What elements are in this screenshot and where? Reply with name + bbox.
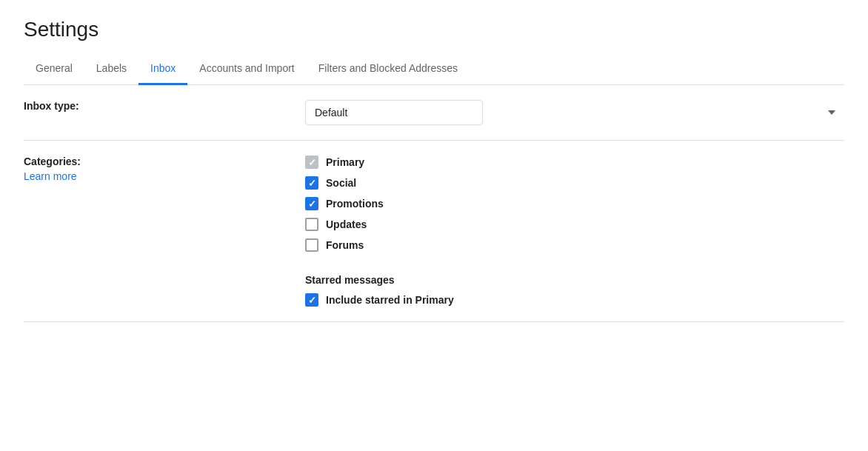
tabs-bar: General Labels Inbox Accounts and Import… <box>24 53 844 85</box>
category-primary-item[interactable]: ✓ Primary <box>305 156 844 169</box>
tab-accounts-import[interactable]: Accounts and Import <box>187 53 306 85</box>
category-updates-label: Updates <box>326 218 367 230</box>
category-primary-checkbox[interactable]: ✓ <box>305 156 318 169</box>
starred-section: Starred messages ✓ Include starred in Pr… <box>305 274 844 307</box>
checkmark-icon: ✓ <box>308 178 316 188</box>
category-forums-checkbox[interactable] <box>305 238 318 252</box>
category-social-checkbox[interactable]: ✓ <box>305 176 318 190</box>
checkmark-icon: ✓ <box>308 199 316 209</box>
inbox-type-select-wrapper[interactable]: Default Important first Unread first Sta… <box>305 100 844 125</box>
page-title: Settings <box>24 18 844 41</box>
category-forums-label: Forums <box>326 239 364 251</box>
starred-include-checkbox[interactable]: ✓ <box>305 293 318 307</box>
category-updates-checkbox[interactable] <box>305 218 318 231</box>
tab-filters-blocked[interactable]: Filters and Blocked Addresses <box>307 53 470 85</box>
tab-general[interactable]: General <box>24 53 84 85</box>
settings-page: Settings General Labels Inbox Accounts a… <box>0 0 868 322</box>
inbox-type-select[interactable]: Default Important first Unread first Sta… <box>305 100 483 125</box>
starred-section-label: Starred messages <box>305 274 844 286</box>
categories-label-col: Categories: Learn more <box>24 156 305 182</box>
categories-control-col: ✓ Primary ✓ Social ✓ Promotions <box>305 156 844 307</box>
category-promotions-label: Promotions <box>326 198 384 210</box>
tab-labels[interactable]: Labels <box>84 53 138 85</box>
learn-more-link[interactable]: Learn more <box>24 170 77 182</box>
categories-label: Categories: <box>24 156 287 167</box>
settings-content: Inbox type: Default Important first Unre… <box>24 85 844 322</box>
inbox-type-row: Inbox type: Default Important first Unre… <box>24 85 844 141</box>
categories-row: Categories: Learn more ✓ Primary ✓ Socia… <box>24 141 844 322</box>
category-updates-item[interactable]: Updates <box>305 218 844 231</box>
category-forums-item[interactable]: Forums <box>305 238 844 252</box>
inbox-type-control-col: Default Important first Unread first Sta… <box>305 100 844 125</box>
category-promotions-item[interactable]: ✓ Promotions <box>305 197 844 210</box>
inbox-type-label: Inbox type: <box>24 100 287 112</box>
category-social-label: Social <box>326 177 356 189</box>
tab-inbox[interactable]: Inbox <box>138 53 187 85</box>
starred-include-item[interactable]: ✓ Include starred in Primary <box>305 293 844 307</box>
category-primary-label: Primary <box>326 156 364 168</box>
category-promotions-checkbox[interactable]: ✓ <box>305 197 318 210</box>
checkmark-icon: ✓ <box>308 295 316 305</box>
inbox-type-label-col: Inbox type: <box>24 100 305 115</box>
category-social-item[interactable]: ✓ Social <box>305 176 844 190</box>
starred-include-label: Include starred in Primary <box>326 294 454 306</box>
checkmark-icon: ✓ <box>308 158 316 167</box>
